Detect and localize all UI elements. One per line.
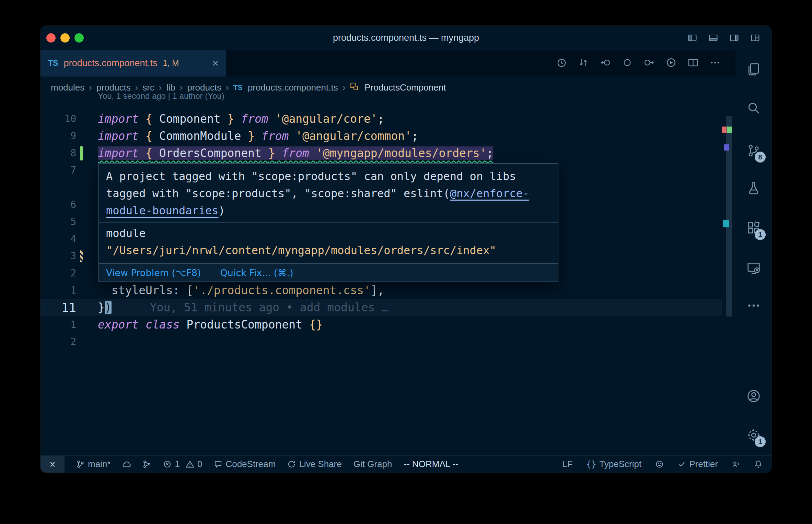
title-bar: products.component.ts — myngapp [40,26,772,50]
compare-changes-icon[interactable] [578,57,589,69]
code-token [302,318,309,331]
code-token: } [268,146,275,160]
line-number: 6 [40,196,76,213]
annotations-icon[interactable] [622,57,633,69]
code-line[interactable]: 1export class ProductsComponent {} [40,316,722,333]
line-number: 3 [40,248,76,265]
toggle-secondary-sidebar-icon[interactable] [730,33,739,43]
code-token: Component [159,112,221,126]
split-editor-icon[interactable] [688,57,698,69]
next-change-icon[interactable] [644,57,654,69]
source-control-icon[interactable] [735,143,772,158]
code-line[interactable]: 10import { Component } from '@angular/co… [40,110,722,128]
warning-count: 0 [197,459,202,469]
eslint-rule-link[interactable]: @nx/enforce- [450,187,529,200]
typescript-file-icon: TS [233,83,243,92]
code-line[interactable]: 8import { OrdersComponent } from '@mynga… [40,145,722,162]
line-number: 7 [40,162,76,179]
feedback-smiley-icon[interactable] [655,460,664,468]
code-token: './products.component.css' [193,284,371,297]
code-token: from [262,129,289,143]
eslint-rule-link[interactable]: module-boundaries [106,204,219,217]
previous-change-icon[interactable] [600,57,611,69]
git-graph-label: Git Graph [353,459,392,469]
module-path: "/Users/juri/nrwl/content/myngapp/module… [106,242,551,259]
code-token [139,112,146,126]
search-icon[interactable] [735,100,772,116]
git-graph-button[interactable]: Git Graph [353,459,392,469]
code-token [289,129,295,143]
toggle-sidebar-icon[interactable] [688,33,697,43]
activity-bar: 8 1 1 [735,50,772,455]
code-token: import [98,129,139,143]
line-number: 4 [40,230,76,248]
code-token: } [248,129,255,143]
problem-module-info: module "/Users/juri/nrwl/content/myngapp… [99,222,558,261]
breadcrumb-item-symbol[interactable]: ProductsComponent [364,82,446,93]
code-token [152,146,159,160]
code-token [262,146,268,160]
tab-products-component[interactable]: TS products.component.ts 1, M × [40,50,226,76]
prettier-indicator[interactable]: Prettier [677,459,718,469]
gitlens-codelens-annotation[interactable]: You, 1 second ago | 1 author (You) [98,90,224,102]
files-icon[interactable] [735,61,772,77]
code-line[interactable]: 9import { CommonModule } from '@angular/… [40,128,722,145]
language-indicator[interactable]: {} TypeScript [586,459,641,469]
code-token: ], [371,284,384,297]
remote-indicator[interactable] [40,456,65,473]
settings-gear-icon[interactable] [735,427,772,443]
line-number: 1 [40,316,76,333]
live-share-button[interactable]: Live Share [287,459,341,469]
view-problem-button[interactable]: View Problem (⌥F8) [106,267,201,278]
gitlens-blame-annotation: You, 51 minutes ago • add modules … [150,301,388,314]
codestream-button[interactable]: CodeStream [214,459,276,469]
breadcrumb-item-file[interactable]: products.component.ts [248,82,338,93]
account-icon[interactable] [735,388,772,404]
code-token: {} [309,318,323,331]
code-token: } [228,112,234,126]
more-views-icon[interactable] [735,298,772,313]
graph-icon[interactable] [143,460,151,468]
tab-bar: TS products.component.ts 1, M × [40,50,735,76]
test-beaker-icon[interactable] [735,180,772,196]
vim-mode-label: -- NORMAL -- [404,459,458,469]
line-number: 2 [40,265,76,282]
breadcrumb-item-modules[interactable]: modules [51,82,84,93]
braces-icon: {} [586,460,596,469]
code-token: export [98,318,139,331]
problems-indicator[interactable]: 1 0 [163,459,202,469]
gutter-modified-marker [80,250,83,262]
editor-layout-icon[interactable] [751,33,760,43]
chevron-separator: › [343,82,346,93]
vim-mode-indicator[interactable]: -- NORMAL -- [404,459,458,469]
line-number: 1 [40,282,76,299]
tab-problems-git-decoration: 1, M [163,58,179,68]
extensions-icon[interactable] [735,220,772,236]
branch-indicator[interactable]: main* [76,459,111,469]
tab-close-icon[interactable]: × [212,58,219,69]
remote-explorer-icon[interactable] [735,260,772,276]
publish-cloud-icon[interactable] [122,460,131,469]
code-token [152,129,159,143]
notifications-bell-icon[interactable] [754,460,763,468]
code-token: '@myngapp/modules/orders' [316,146,487,160]
ruler-added-mark [727,127,732,133]
code-token [152,112,159,126]
code-line[interactable]: 11})You, 51 minutes ago • add modules … [40,299,722,316]
code-line[interactable]: 2 [40,333,722,350]
code-line-content: import { CommonModule } from '@angular/c… [98,128,418,145]
presence-icon[interactable] [732,460,740,468]
code-line[interactable]: 1 styleUrls: ['./products.component.css'… [40,282,722,299]
quick-fix-button[interactable]: Quick Fix... (⌘.) [220,267,293,278]
more-actions-icon[interactable] [710,57,720,69]
timeline-icon[interactable] [556,57,567,69]
toggle-panel-icon[interactable] [709,33,718,43]
problem-popup-actions: View Problem (⌥F8) Quick Fix... (⌘.) [99,263,558,282]
run-icon[interactable] [666,57,676,69]
eol-indicator[interactable]: LF [562,459,572,469]
status-bar: main* 1 0 CodeStream Live Share Git Grap… [40,455,772,473]
code-token: ; [378,112,384,126]
code-token: ; [487,146,494,160]
code-token: import [98,146,139,160]
code-token: '@angular/common' [295,129,411,143]
